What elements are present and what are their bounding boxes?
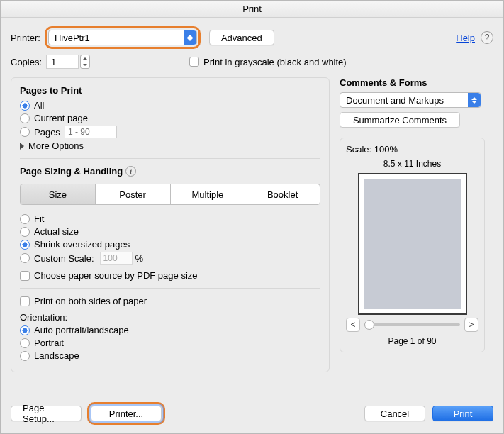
seg-booklet[interactable]: Booklet bbox=[245, 184, 320, 205]
select-arrows-icon bbox=[468, 93, 481, 107]
comments-select[interactable]: Document and Markups bbox=[340, 92, 481, 108]
custom-scale-label: Custom Scale: bbox=[34, 253, 94, 264]
pages-all-radio[interactable] bbox=[20, 101, 30, 111]
seg-multiple[interactable]: Multiple bbox=[170, 184, 246, 205]
cancel-button[interactable]: Cancel bbox=[364, 406, 425, 421]
orient-auto-label: Auto portrait/landscape bbox=[34, 325, 129, 335]
page-slider[interactable] bbox=[364, 323, 460, 326]
orient-landscape-label: Landscape bbox=[34, 350, 79, 361]
copies-input[interactable] bbox=[46, 55, 79, 69]
copies-stepper[interactable] bbox=[80, 55, 90, 69]
print-button[interactable]: Print bbox=[432, 406, 493, 421]
actual-radio[interactable] bbox=[20, 227, 30, 237]
seg-poster[interactable]: Poster bbox=[95, 184, 171, 205]
printer-label: Printer: bbox=[11, 33, 40, 43]
printer-button-highlight: Printer... bbox=[87, 402, 165, 425]
shrink-label: Shrink oversized pages bbox=[34, 239, 130, 250]
pages-all-label: All bbox=[34, 100, 44, 111]
orient-auto-radio[interactable] bbox=[20, 326, 30, 335]
pages-range-radio[interactable] bbox=[20, 127, 30, 137]
custom-scale-input[interactable] bbox=[100, 252, 133, 265]
actual-label: Actual size bbox=[34, 226, 79, 237]
more-options-toggle[interactable]: More Options bbox=[20, 140, 320, 151]
choose-source-checkbox[interactable] bbox=[20, 271, 30, 281]
pages-current-radio[interactable] bbox=[20, 113, 30, 123]
duplex-label: Print on both sides of paper bbox=[34, 296, 147, 306]
printer-button[interactable]: Printer... bbox=[91, 406, 162, 421]
comments-select-value: Document and Markups bbox=[340, 95, 468, 106]
grayscale-label: Print in grayscale (black and white) bbox=[203, 57, 347, 67]
duplex-checkbox[interactable] bbox=[20, 296, 30, 306]
summarize-button[interactable]: Summarize Comments bbox=[340, 112, 460, 128]
select-arrows-icon bbox=[184, 30, 196, 45]
choose-source-label: Choose paper source by PDF page size bbox=[34, 270, 198, 281]
custom-scale-radio[interactable] bbox=[20, 253, 30, 263]
shrink-radio[interactable] bbox=[20, 240, 30, 250]
window-title: Print bbox=[1, 1, 503, 18]
comments-header: Comments & Forms bbox=[340, 77, 485, 88]
sizing-header: Page Sizing & Handling i bbox=[20, 166, 320, 177]
pages-range-label: Pages bbox=[34, 127, 60, 138]
fit-label: Fit bbox=[34, 213, 44, 224]
printer-select-value: HivePtr1 bbox=[49, 33, 184, 43]
paper-size-label: 8.5 x 11 Inches bbox=[346, 159, 478, 169]
page-counter: Page 1 of 90 bbox=[346, 336, 478, 346]
orient-landscape-radio[interactable] bbox=[20, 351, 30, 361]
page-setup-button[interactable]: Page Setup... bbox=[11, 406, 82, 421]
copies-label: Copies: bbox=[11, 57, 42, 67]
disclosure-right-icon bbox=[20, 143, 24, 150]
orient-portrait-label: Portrait bbox=[34, 338, 64, 348]
orientation-label: Orientation: bbox=[20, 312, 320, 323]
printer-highlight: HivePtr1 bbox=[45, 26, 201, 49]
info-icon[interactable]: i bbox=[125, 166, 136, 177]
page-preview bbox=[358, 173, 467, 315]
printer-select[interactable]: HivePtr1 bbox=[48, 30, 197, 45]
seg-size[interactable]: Size bbox=[20, 184, 96, 205]
more-options-label: More Options bbox=[28, 140, 84, 151]
help-link[interactable]: Help bbox=[456, 33, 475, 43]
fit-radio[interactable] bbox=[20, 214, 30, 224]
grayscale-checkbox[interactable] bbox=[189, 57, 199, 67]
pages-range-input[interactable] bbox=[65, 126, 117, 138]
advanced-button[interactable]: Advanced bbox=[209, 30, 274, 45]
next-page-button[interactable]: > bbox=[464, 318, 478, 332]
pages-to-print-header: Pages to Print bbox=[20, 85, 320, 96]
orient-portrait-radio[interactable] bbox=[20, 338, 30, 348]
percent-label: % bbox=[135, 253, 144, 264]
pages-current-label: Current page bbox=[34, 113, 88, 123]
sizing-segmented: Size Poster Multiple Booklet bbox=[20, 184, 320, 205]
scale-label: Scale: 100% bbox=[346, 144, 478, 155]
help-icon[interactable]: ? bbox=[481, 31, 493, 44]
prev-page-button[interactable]: < bbox=[346, 318, 360, 332]
